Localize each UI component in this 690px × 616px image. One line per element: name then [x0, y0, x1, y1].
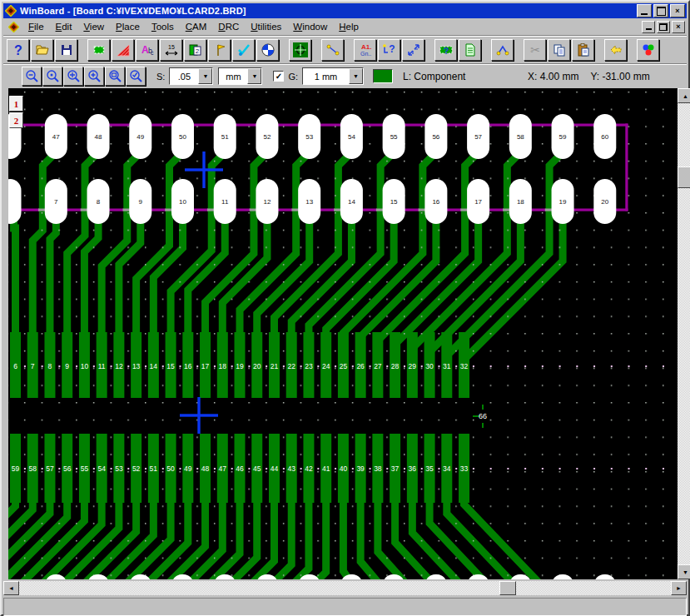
add-trace-button[interactable]	[321, 39, 344, 61]
finger-number-top: 8	[48, 362, 52, 370]
query-route-button[interactable]: ?	[378, 39, 400, 61]
menu-window[interactable]: Window	[287, 20, 333, 33]
mdi-close-button[interactable]: ×	[672, 21, 685, 33]
snap-move-button[interactable]	[402, 39, 424, 61]
separator-dot	[645, 468, 647, 469]
query-component-button[interactable]: ?	[434, 39, 457, 61]
vertical-scrollbar[interactable]: ▲ ▼	[678, 88, 690, 579]
open-file-button[interactable]	[31, 39, 53, 61]
menu-cam[interactable]: CAM	[180, 20, 213, 33]
horizontal-scrollbar[interactable]: ◄ ►	[3, 581, 687, 595]
menu-utilities[interactable]: Utilities	[245, 20, 287, 33]
drc-check-button[interactable]	[232, 39, 255, 61]
document-icon[interactable]	[8, 22, 19, 32]
scale-dropdown-arrow[interactable]: ▼	[198, 68, 212, 84]
menu-file[interactable]: File	[22, 20, 50, 33]
scroll-down-button[interactable]: ▼	[678, 564, 690, 579]
zoom-in-button[interactable]	[84, 67, 104, 86]
vertical-scroll-thumb[interactable]	[678, 166, 690, 188]
grid-checkbox[interactable]: ✓	[273, 71, 284, 82]
scale-combo[interactable]: .05 ▼	[169, 67, 213, 85]
grid-dropdown-arrow[interactable]: ▼	[349, 68, 363, 84]
copy-icon	[552, 42, 567, 57]
minimize-button[interactable]	[637, 4, 652, 17]
zoom-confirm-button[interactable]	[126, 67, 146, 86]
finger-number-bottom: 59	[12, 464, 20, 473]
polygon-mode-button[interactable]	[112, 39, 134, 61]
menu-help[interactable]: Help	[333, 20, 365, 33]
pad-top-row-label: 54	[348, 133, 355, 141]
layer-1-button[interactable]: 1	[9, 96, 23, 112]
scroll-down-icon: ▼	[683, 569, 688, 575]
menu-drc[interactable]: DRC	[212, 20, 245, 33]
finger-number-bottom: 41	[322, 464, 330, 473]
help-button[interactable]: ?	[7, 39, 29, 61]
units-combo[interactable]: mm ▼	[218, 67, 262, 85]
origin-target-button[interactable]	[289, 39, 311, 61]
svg-text:2: 2	[195, 47, 199, 55]
crosshair[interactable]	[197, 397, 200, 434]
mdi-minimize-button[interactable]	[642, 21, 655, 33]
finger-number-bottom: 50	[166, 464, 175, 473]
cut-button[interactable]: ✂	[524, 39, 546, 61]
separator-dot	[576, 468, 578, 469]
dimension-mode-button[interactable]: 15	[160, 39, 182, 61]
crosshair[interactable]	[202, 152, 205, 188]
zoom-window-button[interactable]	[105, 67, 125, 86]
save-button[interactable]	[55, 39, 77, 61]
menu-place[interactable]: Place	[110, 20, 146, 33]
menu-edit[interactable]: Edit	[50, 20, 78, 33]
mdi-minimize-icon	[646, 28, 652, 30]
edit-trace-icon	[495, 42, 510, 57]
scroll-right-button[interactable]: ►	[671, 581, 687, 595]
pad-top-row-label: 55	[390, 133, 398, 141]
scroll-up-button[interactable]: ▲	[678, 88, 690, 103]
layer-2-button[interactable]: 2	[9, 112, 23, 128]
color-settings-button[interactable]	[637, 39, 659, 61]
copy-button[interactable]	[548, 39, 570, 61]
pad-bottom-row-partial[interactable]	[8, 179, 22, 224]
maximize-icon	[657, 7, 666, 16]
scroll-left-button[interactable]: ◄	[3, 581, 19, 595]
units-dropdown-arrow[interactable]: ▼	[247, 68, 261, 84]
finger-number-bottom: 55	[81, 464, 89, 473]
text-mode-button[interactable]: Abc	[136, 39, 158, 61]
separator-dot	[473, 365, 474, 367]
undo-button[interactable]	[604, 39, 627, 61]
maximize-button[interactable]	[653, 4, 668, 17]
redraw-globe-button[interactable]	[256, 39, 279, 61]
marker-66-label: 66	[479, 412, 487, 420]
auto-annotate-button[interactable]: A1.Gn..	[354, 39, 376, 61]
finger-number-top: 11	[98, 362, 106, 370]
finger-number-bottom: 47	[219, 464, 227, 473]
finger-number-bottom: 44	[271, 464, 279, 473]
separator-dot	[473, 468, 474, 469]
report-doc-button[interactable]	[459, 39, 481, 61]
main-toolbar: ?Abc152A1.Gn..??✂	[3, 35, 687, 64]
app-icon	[5, 5, 17, 17]
flag-marker-button[interactable]	[208, 39, 231, 61]
finger-number-top: 13	[132, 362, 141, 370]
close-button[interactable]: ×	[670, 4, 685, 17]
menu-tools[interactable]: Tools	[146, 20, 180, 33]
component-mode-button[interactable]	[87, 39, 110, 61]
pad-bottom-row-label: 12	[263, 198, 271, 206]
layers-button[interactable]: 2	[184, 39, 206, 61]
edit-trace-button[interactable]	[491, 39, 514, 61]
paste-button[interactable]	[572, 39, 594, 61]
zoom-pan-button[interactable]	[63, 67, 83, 86]
separator-dot	[58, 468, 60, 469]
separator-dot	[370, 365, 371, 367]
horizontal-scroll-thumb[interactable]	[499, 581, 516, 595]
scale-label: S:	[156, 72, 165, 82]
mdi-restore-button[interactable]	[657, 21, 670, 33]
board-canvas[interactable]: 4748495051525354555657585960789101112131…	[8, 88, 678, 579]
menu-view[interactable]: View	[77, 20, 110, 33]
pcb-drawing[interactable]: 4748495051525354555657585960789101112131…	[8, 88, 678, 579]
separator-dot	[542, 365, 544, 367]
layer-color-swatch[interactable]	[373, 69, 393, 83]
grid-combo[interactable]: 1 mm ▼	[302, 67, 364, 85]
zoom-center-button[interactable]	[42, 67, 62, 86]
separator-dot	[248, 365, 250, 367]
zoom-out-button[interactable]	[22, 67, 42, 86]
